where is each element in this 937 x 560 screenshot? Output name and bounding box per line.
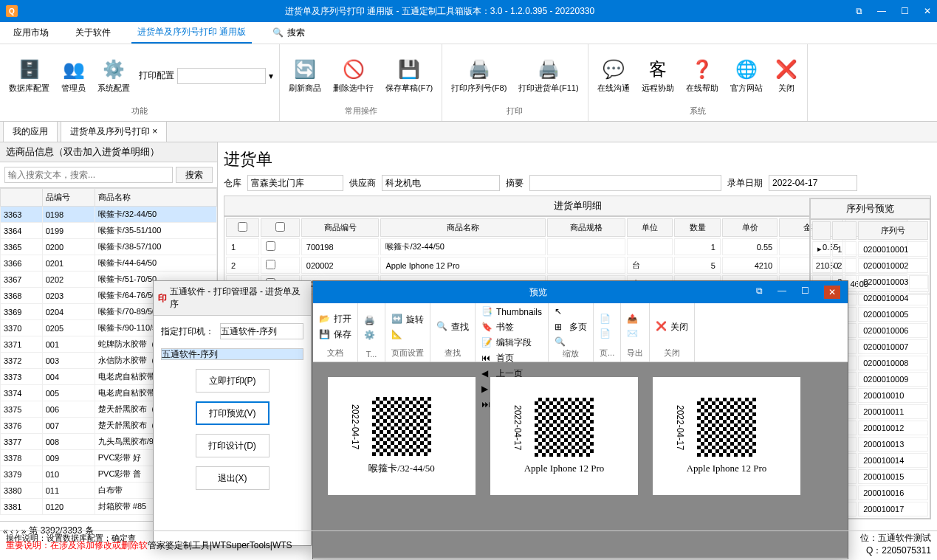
- preview-tool[interactable]: ↔️旋转: [391, 314, 424, 326]
- preview-tool[interactable]: 🔍查找: [436, 321, 469, 333]
- window-controls: ⧉ — ☐ ✕: [856, 6, 931, 16]
- delete-row-button[interactable]: 🚫删除选中行: [330, 55, 377, 97]
- preview-tool[interactable]: 🔖书签: [481, 321, 542, 333]
- preview-tool[interactable]: ↖: [555, 306, 587, 318]
- preview-tool[interactable]: 🔍: [555, 336, 587, 348]
- refresh-icon: 🔄: [293, 58, 317, 81]
- printer-select[interactable]: [220, 323, 303, 339]
- table-row[interactable]: 33640199喉箍卡/35-51/100: [1, 223, 217, 239]
- menu-2[interactable]: 进货单及序列号打印 通用版: [131, 22, 252, 44]
- table-row[interactable]: 33660201喉箍卡/44-64/50: [1, 255, 217, 272]
- serial-header: 序列号预览: [810, 198, 930, 219]
- preview-canvas[interactable]: 2022-04-17喉箍卡/32-44/502022-04-17Apple Ip…: [313, 362, 848, 558]
- preview-tool[interactable]: 📄: [600, 328, 614, 340]
- tab-1[interactable]: 进货单及序列号打印 ×: [61, 121, 167, 142]
- preview-tool[interactable]: ⏮首页: [481, 352, 542, 364]
- maximize-icon[interactable]: ☐: [901, 6, 909, 16]
- warehouse-label: 仓库: [224, 177, 241, 190]
- table-row[interactable]: ▸10200010001: [812, 241, 928, 257]
- supplier-select[interactable]: [382, 175, 500, 191]
- preview-close-icon[interactable]: ✕: [824, 286, 840, 299]
- official-icon: 🌐: [735, 58, 758, 81]
- menu-0[interactable]: 应用市场: [7, 23, 55, 43]
- online-help-icon: ❓: [690, 58, 714, 81]
- unit-status: 位：五通软件测试 Q：2205075311: [860, 532, 931, 557]
- preview-max-icon[interactable]: ☐: [801, 286, 809, 299]
- sys-config-icon: ⚙️: [102, 58, 126, 81]
- footer-bar: 重要说明：在涉及添加修改或删除软 管家婆定制工具|WTSuperTools|WT…: [0, 530, 937, 560]
- dialog-title: 印 五通软件 - 打印管理器 - 进货单及序: [154, 281, 311, 316]
- preview-tool[interactable]: 💾保存: [319, 328, 351, 341]
- online-comm-button[interactable]: 💬在线沟通: [594, 55, 633, 97]
- print-manager-dialog: 印 五通软件 - 打印管理器 - 进货单及序 指定打印机： 立即打印(P) 打印…: [153, 280, 312, 546]
- admin-icon: 👥: [62, 58, 86, 81]
- table-row[interactable]: 33650200喉箍卡/38-57/100: [1, 239, 217, 255]
- printer-label: 指定打印机：: [161, 325, 214, 338]
- minimize-icon[interactable]: —: [877, 6, 886, 16]
- preview-tool[interactable]: 📝编辑字段: [481, 336, 542, 349]
- tab-0[interactable]: 我的应用: [3, 121, 58, 142]
- menu-1[interactable]: 关于软件: [69, 23, 117, 43]
- print-serial-button[interactable]: 🖨️打印序列号(F8): [448, 55, 509, 97]
- preview-min-icon[interactable]: —: [778, 286, 786, 299]
- preview-tool[interactable]: 📑Thumbnails: [481, 306, 542, 318]
- preview-tool[interactable]: ⚙️: [364, 330, 379, 342]
- close-icon: ❌: [775, 58, 798, 81]
- remote-button[interactable]: 客远程协助: [639, 55, 677, 97]
- warehouse-select[interactable]: [247, 175, 343, 191]
- restore-icon[interactable]: ⧉: [856, 6, 862, 16]
- menu-3[interactable]: 🔍 搜索: [267, 23, 310, 43]
- preview-toolbar: 📂打开💾保存文档🖨️⚙️T...↔️旋转📐页面设置🔍查找查找📑Thumbnail…: [313, 303, 848, 362]
- preview-restore-icon[interactable]: ⧉: [756, 286, 763, 299]
- important-note: 重要说明：在涉及添加修改或删除软: [6, 539, 148, 552]
- printer-detail[interactable]: [161, 348, 303, 360]
- preview-tool[interactable]: 📄: [600, 314, 614, 325]
- titlebar: Q 进货单及序列号打印 通用版 - 五通定制工具箱版本：3.0 - 1.2.0.…: [0, 0, 937, 22]
- label-preview: 2022-04-17Apple Iphone 12 Pro: [653, 377, 800, 495]
- date-label: 录单日期: [727, 177, 763, 190]
- preview-titlebar: 预览 ⧉ — ☐ ✕: [313, 281, 848, 303]
- app-icon: Q: [6, 5, 18, 17]
- close-button[interactable]: ❌关闭: [772, 55, 801, 97]
- table-row[interactable]: 33630198喉箍卡/32-44/50: [1, 207, 217, 223]
- admin-button[interactable]: 👥管理员: [58, 55, 89, 97]
- print-config-select[interactable]: [177, 68, 266, 84]
- preview-tool[interactable]: 📂打开: [319, 313, 351, 325]
- search-input[interactable]: [4, 167, 173, 183]
- refresh-button[interactable]: 🔄刷新商品: [286, 55, 324, 97]
- close-icon[interactable]: ✕: [924, 6, 931, 16]
- label-preview: 2022-04-17Apple Iphone 12 Pro: [490, 377, 638, 495]
- design-button[interactable]: 打印设计(D): [196, 434, 270, 457]
- official-button[interactable]: 🌐官方网站: [727, 55, 766, 97]
- sys-config-button[interactable]: ⚙️系统配置: [95, 55, 133, 97]
- online-help-button[interactable]: ❓在线帮助: [683, 55, 721, 97]
- remote-icon: 客: [646, 58, 670, 81]
- preview-tool[interactable]: ❌关闭: [656, 321, 688, 333]
- print-icon: 印: [158, 292, 167, 305]
- db-config-icon: 🗄️: [18, 58, 41, 81]
- print-order-icon: 🖨️: [537, 58, 560, 81]
- save-draft-button[interactable]: 💾保存草稿(F7): [382, 55, 436, 97]
- preview-tool[interactable]: 📤: [627, 314, 643, 325]
- preview-tool[interactable]: 📐: [391, 329, 424, 341]
- table-row[interactable]: 20200010002: [812, 258, 928, 273]
- date-input[interactable]: [769, 175, 857, 191]
- preview-button[interactable]: 打印预览(V): [196, 401, 270, 425]
- summary-label: 摘要: [506, 177, 524, 190]
- print-now-button[interactable]: 立即打印(P): [196, 369, 270, 393]
- tab-strip: 我的应用进货单及序列号打印 ×: [0, 122, 937, 142]
- tab-close-icon[interactable]: ×: [152, 126, 157, 136]
- print-order-button[interactable]: 🖨️打印进货单(F11): [515, 55, 581, 97]
- preview-tool[interactable]: ⊞多页: [555, 321, 587, 333]
- form-row: 仓库 供应商 摘要 录单日期: [224, 175, 931, 191]
- qq-text: Q：2205075311: [860, 545, 931, 557]
- preview-tool[interactable]: ✉️: [627, 328, 643, 340]
- preview-title: 预览: [320, 286, 756, 299]
- db-config-button[interactable]: 🗄️数据库配置: [6, 55, 52, 97]
- summary-input[interactable]: [529, 175, 721, 191]
- search-button[interactable]: 搜索: [176, 167, 213, 183]
- delete-row-icon: 🚫: [342, 58, 365, 81]
- exit-button[interactable]: 退出(X): [196, 466, 270, 490]
- preview-tool[interactable]: 🖨️: [364, 315, 379, 327]
- preview-window: 预览 ⧉ — ☐ ✕ 📂打开💾保存文档🖨️⚙️T...↔️旋转📐页面设置🔍查找查…: [312, 280, 848, 559]
